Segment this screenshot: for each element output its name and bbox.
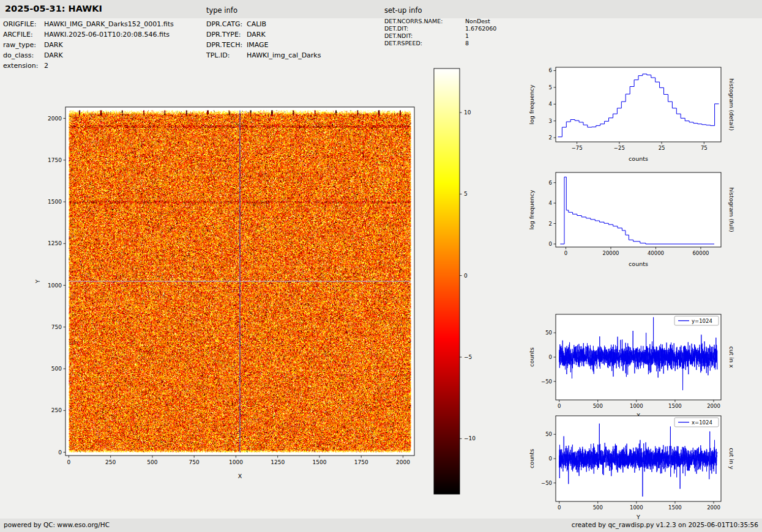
meta-label: DPR.CATG: <box>206 21 247 29</box>
meta-value: DARK <box>44 42 63 50</box>
svg-text:1500: 1500 <box>668 504 682 511</box>
svg-text:5: 5 <box>464 191 468 197</box>
meta-row: DET.RSPEED:8 <box>384 40 496 47</box>
svg-text:1000: 1000 <box>630 504 643 511</box>
footer-qc-link-text: powered by QC: www.eso.org/HC <box>4 521 110 528</box>
meta-row: DPR.CATG:CALIB <box>206 21 321 29</box>
meta-label: do_class: <box>3 52 44 60</box>
legend-label: x=1024 <box>692 419 712 426</box>
svg-text:40000: 40000 <box>648 250 664 256</box>
detector-image-plot: 0250500750100012501500175020000250500750… <box>24 86 453 489</box>
svg-text:500: 500 <box>51 366 62 372</box>
meta-value: 8 <box>465 40 469 47</box>
meta-value: HAWKI.2025-06-01T10:20:08.546.fits <box>44 31 170 39</box>
svg-text:10: 10 <box>464 109 471 116</box>
meta-value: 1 <box>465 33 469 40</box>
svg-text:0: 0 <box>558 504 561 511</box>
x-axis-label: Y <box>636 514 640 520</box>
meta-label: DPR.TECH: <box>206 42 247 50</box>
meta-value: 2 <box>44 62 48 70</box>
cut-in-y-plot: 0500100015002000−50050Ycountscut in yx=1… <box>520 408 753 531</box>
meta-value: 1.6762060 <box>465 26 496 32</box>
svg-text:4: 4 <box>549 200 552 206</box>
meta-row: ORIGFILE:HAWKI_IMG_DARK_Darks152_0001.fi… <box>3 21 174 29</box>
legend-label: y=1024 <box>692 318 712 324</box>
meta-row: ARCFILE:HAWKI.2025-06-01T10:20:08.546.fi… <box>3 31 174 39</box>
right-side-label: histogram (detail) <box>728 78 735 130</box>
x-axis-label: counts <box>629 155 648 162</box>
y-axis-label: Y <box>34 279 41 284</box>
meta-label: DET.RSPEED: <box>384 40 465 47</box>
file-info-block: ORIGFILE:HAWKI_IMG_DARK_Darks152_0001.fi… <box>3 21 174 73</box>
svg-text:6: 6 <box>549 180 552 186</box>
svg-text:0: 0 <box>549 354 552 360</box>
y-axis-label: log frequency <box>528 84 535 125</box>
meta-value: NonDest <box>465 18 490 25</box>
meta-value: HAWKI_IMG_DARK_Darks152_0001.fits <box>44 21 174 29</box>
meta-row: TPL.ID:HAWKI_img_cal_Darks <box>206 52 321 60</box>
colorbar-svg: 1050−5−10 <box>429 65 487 500</box>
meta-label: ORIGFILE: <box>3 21 44 29</box>
svg-text:0: 0 <box>67 459 71 465</box>
svg-text:−5: −5 <box>464 354 472 360</box>
svg-text:500: 500 <box>593 504 603 511</box>
meta-label: DPR.TYPE: <box>206 31 247 39</box>
svg-text:6: 6 <box>549 67 552 73</box>
meta-row: DPR.TYPE:DARK <box>206 31 321 39</box>
meta-value: IMAGE <box>247 42 269 50</box>
qc-report-page: 2025-05-31: HAWKI type info set-up info … <box>0 0 762 532</box>
svg-text:5: 5 <box>549 84 552 91</box>
meta-row: extension:2 <box>3 62 174 70</box>
svg-text:4: 4 <box>549 101 552 107</box>
x-axis-label: X <box>238 473 242 479</box>
svg-text:2000: 2000 <box>707 504 720 511</box>
svg-text:−50: −50 <box>541 379 552 385</box>
svg-text:−75: −75 <box>572 145 583 151</box>
meta-row: DET.NDIT:1 <box>384 33 496 40</box>
svg-text:250: 250 <box>105 459 116 465</box>
histogram-detail-svg: −75−25257523456countslog frequencyhistog… <box>520 59 753 169</box>
svg-text:250: 250 <box>51 407 62 413</box>
meta-label: ARCFILE: <box>3 31 44 39</box>
cut-y-svg: 0500100015002000−50050Ycountscut in yx=1… <box>520 408 753 531</box>
meta-row: raw_type:DARK <box>3 42 174 50</box>
svg-text:−50: −50 <box>541 480 552 486</box>
svg-text:20000: 20000 <box>602 250 619 256</box>
detector-image-svg: 0250500750100012501500175020000250500750… <box>24 86 453 489</box>
meta-value: HAWKI_img_cal_Darks <box>247 52 321 60</box>
colorbar-gradient <box>434 68 460 494</box>
svg-text:50: 50 <box>545 330 552 336</box>
meta-row: DET.NCORRS.NAME:NonDest <box>384 18 496 25</box>
svg-text:−10: −10 <box>464 435 476 441</box>
meta-value: CALIB <box>247 21 266 29</box>
y-axis-label: log frequency <box>528 190 535 230</box>
svg-text:−25: −25 <box>614 145 625 151</box>
meta-label: DET.NCORRS.NAME: <box>384 18 465 25</box>
type-info-block: DPR.CATG:CALIBDPR.TYPE:DARKDPR.TECH:IMAG… <box>206 21 321 62</box>
meta-value: DARK <box>247 31 266 39</box>
meta-label: DET.DIT: <box>384 26 465 32</box>
svg-text:2: 2 <box>549 221 552 227</box>
y-axis-label: counts <box>528 347 535 367</box>
meta-row: DPR.TECH:IMAGE <box>206 42 321 50</box>
svg-text:1500: 1500 <box>48 199 62 205</box>
svg-text:500: 500 <box>147 459 157 465</box>
svg-text:0: 0 <box>549 241 552 247</box>
right-side-label: histogram (full) <box>728 187 735 232</box>
svg-text:0: 0 <box>549 456 552 462</box>
setup-info-block: DET.NCORRS.NAME:NonDestDET.DIT:1.6762060… <box>384 18 496 48</box>
right-side-label: cut in x <box>728 346 735 368</box>
meta-label: extension: <box>3 62 44 70</box>
svg-text:25: 25 <box>659 145 665 151</box>
meta-label: DET.NDIT: <box>384 33 465 40</box>
histogram-full-plot: 02000040000600000246countslog frequencyh… <box>520 164 753 274</box>
histogram-full-svg: 02000040000600000246countslog frequencyh… <box>520 164 753 274</box>
svg-text:75: 75 <box>701 145 708 151</box>
meta-value: DARK <box>44 52 63 60</box>
svg-text:750: 750 <box>51 324 62 330</box>
header-bar: 2025-05-31: HAWKI type info set-up info <box>0 0 762 18</box>
y-axis-label: counts <box>528 449 535 468</box>
svg-text:1500: 1500 <box>312 459 326 465</box>
svg-text:2000: 2000 <box>396 459 410 465</box>
meta-row: do_class:DARK <box>3 52 174 60</box>
